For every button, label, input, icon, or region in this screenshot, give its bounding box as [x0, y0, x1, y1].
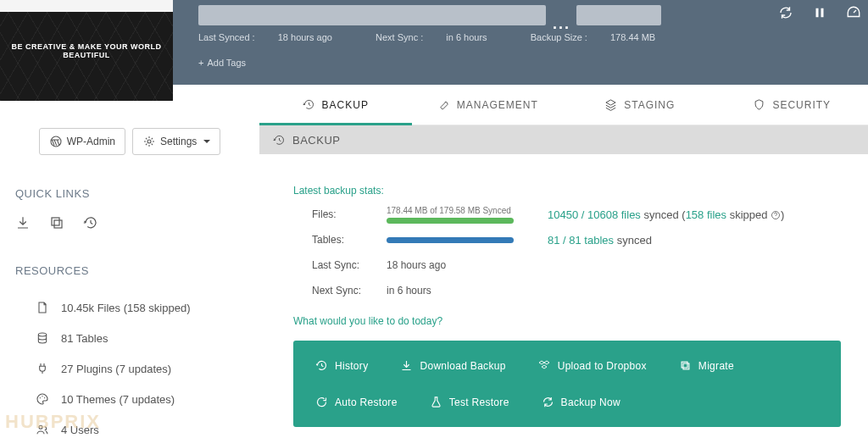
tab-security[interactable]: SECURITY — [716, 85, 869, 125]
quick-links-title: QUICK LINKS — [15, 187, 244, 200]
action-history[interactable]: History — [315, 359, 368, 372]
stat-row-lastsync: Last Sync: 18 hours ago — [293, 252, 841, 278]
tab-management[interactable]: MANAGEMENT — [412, 85, 565, 125]
sync-icon — [542, 396, 554, 408]
files-result: 10450 / 10608 files synced (158 files sk… — [548, 208, 784, 221]
shield-icon — [753, 98, 765, 111]
tables-progress-bar — [387, 237, 514, 243]
svg-rect-13 — [682, 362, 687, 368]
site-thumbnail[interactable]: BE CREATIVE & MAKE YOUR WORLD BEAUTIFUL — [0, 0, 173, 101]
dashboard-icon[interactable] — [846, 5, 861, 20]
sync-icon[interactable] — [778, 5, 793, 20]
history-icon[interactable] — [83, 215, 98, 230]
wp-admin-button[interactable]: WP-Admin — [39, 128, 125, 155]
action-migrate[interactable]: Migrate — [679, 359, 734, 372]
panel-heading: BACKUP — [259, 125, 868, 154]
action-backupnow[interactable]: Backup Now — [542, 396, 620, 408]
dropbox-icon — [538, 359, 551, 372]
action-download[interactable]: Download Backup — [400, 359, 505, 372]
gear-icon — [142, 135, 156, 148]
database-icon — [36, 331, 49, 345]
header-band: BE CREATIVE & MAKE YOUR WORLD BEAUTIFUL … — [0, 0, 868, 85]
resources-title: RESOURCES — [15, 264, 244, 277]
svg-point-9 — [44, 397, 45, 398]
action-testrestore[interactable]: Test Restore — [430, 396, 509, 408]
plug-icon — [36, 362, 49, 375]
settings-button[interactable]: Settings — [132, 128, 220, 155]
tables-result: 81 / 81 tables synced — [548, 234, 652, 247]
help-icon[interactable] — [771, 210, 781, 220]
tabs: BACKUP MANAGEMENT STAGING SECURITY — [259, 85, 868, 125]
history-icon — [273, 134, 286, 147]
header-meta: Last Synced : 18 hours ago Next Sync : i… — [198, 32, 696, 42]
svg-rect-12 — [683, 363, 689, 369]
site-title-redacted — [198, 5, 546, 25]
site-url-redacted — [576, 5, 661, 25]
resource-plugins[interactable]: 27 Plugins (7 updates) — [15, 353, 244, 384]
resource-themes[interactable]: 10 Themes (7 updates) — [15, 384, 244, 414]
files-progress-bar — [387, 218, 514, 224]
add-tags-button[interactable]: +Add Tags — [198, 58, 246, 68]
svg-rect-4 — [54, 220, 62, 228]
stat-row-nextsync: Next Sync: in 6 hours — [293, 278, 841, 303]
sidebar: WP-Admin Settings QUICK LINKS RESOURCES … — [0, 101, 259, 438]
layers-icon — [604, 98, 617, 111]
plus-icon: + — [198, 58, 203, 68]
action-dropbox[interactable]: Upload to Dropbox — [538, 359, 647, 372]
restore-icon — [315, 396, 328, 408]
action-autorestore[interactable]: Auto Restore — [315, 396, 398, 408]
pause-icon[interactable] — [812, 5, 827, 20]
action-bar: History Download Backup Upload to Dropbo… — [293, 341, 841, 427]
history-icon — [315, 359, 328, 372]
main-panel: BACKUP MANAGEMENT STAGING SECURITY BACKU… — [259, 85, 868, 438]
stats-title: Latest backup stats: — [293, 185, 841, 197]
stat-row-tables: Tables: 81 / 81 tables synced — [293, 227, 841, 252]
title-ellipsis: ... — [553, 15, 570, 33]
svg-rect-0 — [816, 8, 819, 18]
thumbnail-caption: BE CREATIVE & MAKE YOUR WORLD BEAUTIFUL — [0, 42, 173, 59]
copies-icon — [679, 359, 692, 372]
history-icon — [303, 98, 315, 111]
stat-row-files: Files: 178.44 MB of 179.58 MB Synced 104… — [293, 202, 841, 227]
resource-files[interactable]: 10.45k Files (158 skipped) — [15, 292, 244, 323]
wordpress-icon — [49, 135, 63, 148]
flask-icon — [430, 396, 442, 408]
download-icon — [400, 359, 413, 372]
watermark: HUBPRIX — [5, 411, 101, 433]
svg-point-7 — [40, 397, 41, 398]
resource-tables[interactable]: 81 Tables — [15, 323, 244, 353]
tab-backup[interactable]: BACKUP — [259, 85, 412, 125]
palette-icon — [36, 392, 49, 406]
download-icon[interactable] — [15, 215, 31, 230]
svg-rect-5 — [52, 218, 59, 225]
svg-point-6 — [38, 333, 46, 336]
wrench-icon — [437, 98, 450, 111]
svg-point-3 — [147, 140, 151, 143]
tab-staging[interactable]: STAGING — [564, 85, 716, 125]
file-icon — [36, 301, 49, 314]
svg-rect-1 — [821, 8, 824, 18]
chevron-down-icon — [203, 140, 210, 143]
copies-icon[interactable] — [49, 215, 64, 230]
svg-point-8 — [42, 396, 42, 396]
prompt-text: What would you like to do today? — [293, 315, 841, 327]
files-progress-label: 178.44 MB of 179.58 MB Synced — [387, 206, 514, 215]
